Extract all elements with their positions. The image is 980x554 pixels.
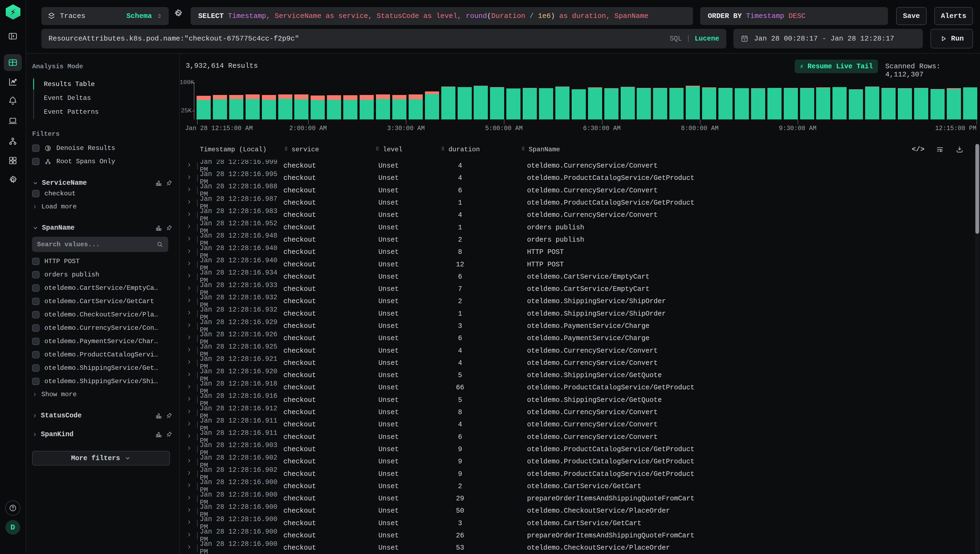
- table-scrollbar[interactable]: [975, 144, 980, 554]
- mini-chart-icon[interactable]: [155, 431, 162, 438]
- expand-row-icon[interactable]: [186, 507, 192, 515]
- search-query-input[interactable]: [48, 35, 670, 43]
- analysis-mode-item[interactable]: Event Deltas: [34, 91, 172, 105]
- column-header-service[interactable]: service: [284, 144, 357, 155]
- filter-value-checkbox[interactable]: [32, 258, 40, 265]
- expand-row-icon[interactable]: [186, 162, 192, 170]
- table-row[interactable]: Jan 28 12:28:16.933 PMcheckoutUnset7otel…: [180, 283, 975, 295]
- table-row[interactable]: Jan 28 12:28:16.925 PMcheckoutUnset4otel…: [180, 344, 975, 357]
- order-by-editor[interactable]: ORDER BY Timestamp DESC: [700, 7, 888, 25]
- user-avatar[interactable]: D: [5, 520, 20, 535]
- alerts-bell-icon[interactable]: [5, 93, 21, 108]
- histogram-bar[interactable]: [262, 95, 276, 119]
- histogram-bar[interactable]: [294, 94, 308, 119]
- scrollbar-thumb[interactable]: [975, 144, 979, 234]
- histogram-bar[interactable]: [555, 86, 569, 119]
- expand-row-icon[interactable]: [186, 544, 192, 552]
- expand-row-icon[interactable]: [186, 458, 192, 466]
- table-row[interactable]: Jan 28 12:28:16.900 PMcheckoutUnset53ote…: [180, 542, 975, 554]
- client-sessions-icon[interactable]: [5, 113, 21, 129]
- expand-row-icon[interactable]: [186, 421, 192, 429]
- source-settings-gear-icon[interactable]: [172, 8, 183, 19]
- more-filters-button[interactable]: More filters: [32, 451, 170, 466]
- dashboards-icon[interactable]: [5, 153, 21, 169]
- drag-handle-icon[interactable]: [284, 146, 289, 153]
- save-button[interactable]: Save: [896, 7, 927, 25]
- table-row[interactable]: Jan 28 12:28:16.929 PMcheckoutUnset3otel…: [180, 320, 975, 332]
- expand-row-icon[interactable]: [186, 223, 192, 232]
- table-row[interactable]: Jan 28 12:28:16.911 PMcheckoutUnset6otel…: [180, 431, 975, 443]
- histogram-bar[interactable]: [360, 95, 374, 119]
- histogram-bar[interactable]: [327, 95, 341, 119]
- histogram-bar[interactable]: [392, 95, 406, 119]
- expand-row-icon[interactable]: [186, 285, 192, 293]
- table-row[interactable]: Jan 28 12:28:16.999 PMcheckoutUnset4otel…: [180, 160, 975, 172]
- histogram-bar[interactable]: [441, 86, 456, 119]
- histogram-bar[interactable]: [343, 95, 357, 119]
- expand-row-icon[interactable]: [186, 371, 192, 380]
- expand-row-icon[interactable]: [186, 298, 192, 306]
- collapse-sidebar-icon[interactable]: [5, 28, 21, 44]
- table-row[interactable]: Jan 28 12:28:16.952 PMcheckoutUnset1orde…: [180, 221, 975, 234]
- alerts-button[interactable]: Alerts: [934, 7, 973, 25]
- expand-row-icon[interactable]: [186, 482, 192, 490]
- table-row[interactable]: Jan 28 12:28:16.900 PMcheckoutUnset29pre…: [180, 492, 975, 505]
- histogram-bar[interactable]: [653, 88, 667, 119]
- column-header-level[interactable]: level: [359, 144, 418, 155]
- histogram-bar[interactable]: [229, 95, 243, 120]
- run-button[interactable]: Run: [931, 29, 973, 48]
- section-servicename[interactable]: ServiceName: [32, 179, 172, 187]
- histogram-bar[interactable]: [409, 94, 423, 119]
- table-row[interactable]: Jan 28 12:28:16.916 PMcheckoutUnset5otel…: [180, 394, 975, 406]
- histogram-bar[interactable]: [784, 88, 798, 119]
- table-row[interactable]: Jan 28 12:28:16.902 PMcheckoutUnset9otel…: [180, 455, 975, 468]
- histogram-bar[interactable]: [881, 88, 896, 119]
- table-row[interactable]: Jan 28 12:28:16.921 PMcheckoutUnset4otel…: [180, 357, 975, 369]
- filter-value-checkbox[interactable]: [32, 337, 40, 345]
- schema-select-label[interactable]: Schema: [126, 12, 152, 20]
- histogram-bar[interactable]: [669, 88, 684, 119]
- filter-value-row[interactable]: oteldemo.CartService/EmptyCa…: [32, 281, 172, 295]
- column-header-timestamp[interactable]: Timestamp (Local): [200, 144, 282, 155]
- settings-gear-icon[interactable]: [5, 172, 21, 188]
- expand-row-icon[interactable]: [186, 334, 192, 342]
- histogram-bar[interactable]: [572, 89, 586, 119]
- denoise-results-toggle[interactable]: Denoise Results: [32, 142, 172, 155]
- mini-chart-icon[interactable]: [155, 412, 162, 419]
- histogram-bar[interactable]: [425, 91, 439, 119]
- expand-row-icon[interactable]: [186, 186, 192, 194]
- histogram-bar[interactable]: [539, 88, 553, 119]
- time-range-picker[interactable]: Jan 28 00:28:17 - Jan 28 12:28:17: [733, 29, 923, 48]
- histogram-bar[interactable]: [474, 86, 488, 119]
- table-row[interactable]: Jan 28 12:28:16.903 PMcheckoutUnset9otel…: [180, 443, 975, 455]
- table-row[interactable]: Jan 28 12:28:16.902 PMcheckoutUnset9otel…: [180, 468, 975, 480]
- drag-handle-icon[interactable]: [374, 146, 380, 153]
- table-row[interactable]: Jan 28 12:28:16.983 PMcheckoutUnset4otel…: [180, 209, 975, 221]
- column-header-duration[interactable]: duration: [419, 144, 501, 155]
- expand-row-icon[interactable]: [186, 347, 192, 355]
- lucene-language-option[interactable]: Lucene: [695, 35, 719, 43]
- histogram-bar[interactable]: [686, 86, 700, 119]
- filter-value-row[interactable]: oteldemo.PaymentService/Char…: [32, 335, 172, 348]
- drag-handle-icon[interactable]: [521, 146, 526, 153]
- expand-row-icon[interactable]: [186, 384, 192, 392]
- table-row[interactable]: Jan 28 12:28:16.940 PMcheckoutUnset8HTTP…: [180, 246, 975, 258]
- table-row[interactable]: Jan 28 12:28:16.932 PMcheckoutUnset2otel…: [180, 295, 975, 307]
- pin-icon[interactable]: [166, 431, 172, 438]
- table-row[interactable]: Jan 28 12:28:16.995 PMcheckoutUnset4otel…: [180, 172, 975, 184]
- expand-row-icon[interactable]: [186, 445, 192, 453]
- expand-row-icon[interactable]: [186, 322, 192, 330]
- expand-row-icon[interactable]: [186, 174, 192, 182]
- filter-value-checkbox[interactable]: [32, 190, 40, 197]
- table-row[interactable]: Jan 28 12:28:16.900 PMcheckoutUnset3otel…: [180, 517, 975, 530]
- histogram-bar[interactable]: [849, 89, 863, 119]
- histogram-bar[interactable]: [719, 88, 733, 119]
- histogram-bar[interactable]: [832, 87, 847, 119]
- table-row[interactable]: Jan 28 12:28:16.987 PMcheckoutUnset1otel…: [180, 197, 975, 209]
- table-row[interactable]: Jan 28 12:28:16.900 PMcheckoutUnset26pre…: [180, 530, 975, 542]
- histogram-bar[interactable]: [947, 88, 961, 119]
- filter-value-checkbox[interactable]: [32, 324, 40, 332]
- resume-live-tail-button[interactable]: ⚡ Resume Live Tail: [795, 60, 878, 73]
- expand-row-icon[interactable]: [186, 359, 192, 367]
- filter-value-checkbox[interactable]: [32, 284, 40, 292]
